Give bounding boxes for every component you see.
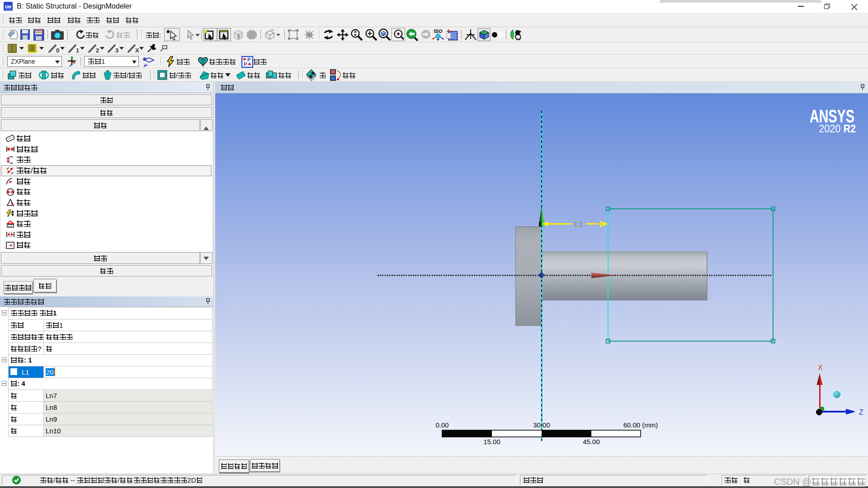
svg-text:0.00: 0.00 [435, 421, 448, 429]
svg-text:1: 1 [76, 47, 79, 53]
svg-text:15.00: 15.00 [483, 438, 500, 446]
svg-text:X: X [818, 364, 823, 371]
svg-text:DM: DM [5, 5, 11, 9]
svg-text:3: 3 [115, 47, 118, 53]
svg-text:P: P [247, 57, 250, 62]
svg-text:X: X [135, 47, 139, 53]
svg-text:ISO: ISO [434, 28, 443, 34]
svg-text:60.00 (mm): 60.00 (mm) [623, 421, 658, 429]
svg-text:Z: Z [859, 408, 863, 416]
svg-text:2: 2 [96, 47, 99, 53]
svg-text:30.00: 30.00 [533, 421, 550, 429]
svg-text:P: P [244, 61, 247, 67]
svg-text:45.00: 45.00 [583, 438, 600, 446]
svg-text:0: 0 [56, 47, 59, 53]
svg-text:L1: L1 [575, 221, 583, 228]
svg-text:2020 R2: 2020 R2 [819, 122, 856, 135]
